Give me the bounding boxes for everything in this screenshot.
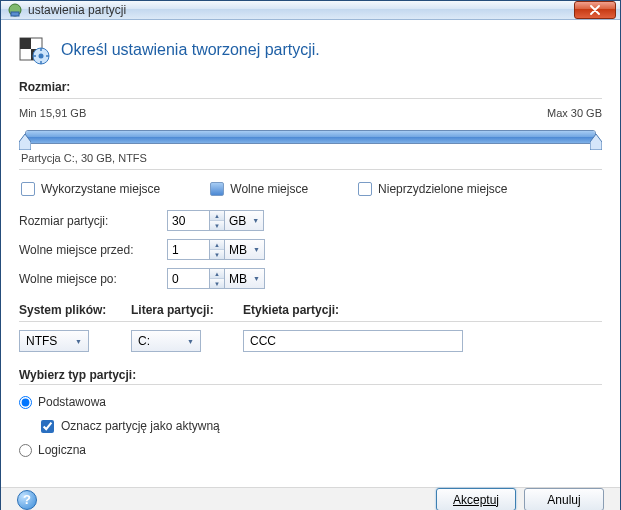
free-after-spinner[interactable]: ▲▼ MB▼ <box>167 268 265 289</box>
legend-free: Wolne miejsce <box>210 182 308 196</box>
partition-description: Partycja C:, 30 GB, NTFS <box>19 152 602 164</box>
free-after-input[interactable] <box>167 268 209 289</box>
partition-size-stepper[interactable]: ▲▼ <box>209 210 224 231</box>
legend-used: Wykorzystane miejsce <box>21 182 160 196</box>
swatch-free-icon <box>210 182 224 196</box>
filesystem-header: System plików: <box>19 303 131 317</box>
help-button[interactable]: ? <box>17 490 37 510</box>
step-up-icon[interactable]: ▲ <box>210 240 224 250</box>
size-form: Rozmiar partycji: ▲▼ GB▼ Wolne miejsce p… <box>19 210 602 289</box>
partition-size-label: Rozmiar partycji: <box>19 214 167 228</box>
partition-size-spinner[interactable]: ▲▼ GB▼ <box>167 210 264 231</box>
free-before-unit[interactable]: MB▼ <box>224 239 265 260</box>
svg-rect-3 <box>20 38 31 49</box>
chevron-down-icon: ▼ <box>187 338 194 345</box>
wizard-icon <box>19 34 51 66</box>
footer: ? Akceptuj Anuluj <box>1 487 620 510</box>
svg-point-6 <box>39 54 44 59</box>
close-icon <box>590 5 600 15</box>
help-icon: ? <box>23 492 31 507</box>
chevron-down-icon: ▼ <box>75 338 82 345</box>
cancel-button[interactable]: Anuluj <box>524 488 604 510</box>
free-before-spinner[interactable]: ▲▼ MB▼ <box>167 239 265 260</box>
size-label: Rozmiar: <box>19 80 602 94</box>
step-down-icon[interactable]: ▼ <box>210 279 224 288</box>
size-minmax: Min 15,91 GB Max 30 GB <box>19 107 602 119</box>
size-slider[interactable] <box>19 123 602 150</box>
radio-primary[interactable]: Podstawowa <box>19 395 602 409</box>
filesystem-select[interactable]: NTFS▼ <box>19 330 89 352</box>
swatch-unalloc-icon <box>358 182 372 196</box>
legend: Wykorzystane miejsce Wolne miejsce Niepr… <box>19 182 602 196</box>
legend-unallocated: Nieprzydzielone miejsce <box>358 182 507 196</box>
page-title: Określ ustawienia tworzonej partycji. <box>61 41 320 59</box>
step-down-icon[interactable]: ▼ <box>210 221 224 230</box>
content-area: Określ ustawienia tworzonej partycji. Ro… <box>1 20 620 487</box>
svg-rect-1 <box>11 12 19 16</box>
volume-label-input[interactable] <box>243 330 463 352</box>
step-down-icon[interactable]: ▼ <box>210 250 224 259</box>
size-min: Min 15,91 GB <box>19 107 86 119</box>
volume-label-header: Etykieta partycji: <box>243 303 602 317</box>
free-before-stepper[interactable]: ▲▼ <box>209 239 224 260</box>
partition-size-unit[interactable]: GB▼ <box>224 210 264 231</box>
drive-letter-select[interactable]: C:▼ <box>131 330 201 352</box>
swatch-used-icon <box>21 182 35 196</box>
slider-track <box>25 130 596 144</box>
partition-type-title: Wybierz typ partycji: <box>19 368 602 382</box>
trio-row: NTFS▼ C:▼ <box>19 330 602 352</box>
page-header: Określ ustawienia tworzonej partycji. <box>19 34 602 66</box>
free-after-unit[interactable]: MB▼ <box>224 268 265 289</box>
chevron-down-icon: ▼ <box>253 246 260 253</box>
radio-logical-input[interactable] <box>19 444 32 457</box>
size-section: Min 15,91 GB Max 30 GB Partycja C:, 30 G… <box>19 98 602 467</box>
free-after-stepper[interactable]: ▲▼ <box>209 268 224 289</box>
step-up-icon[interactable]: ▲ <box>210 269 224 279</box>
partition-settings-window: ustawienia partycji Określ ustawienia tw… <box>0 0 621 510</box>
slider-fill <box>26 131 595 143</box>
accept-button[interactable]: Akceptuj <box>436 488 516 510</box>
free-before-input[interactable] <box>167 239 209 260</box>
size-max: Max 30 GB <box>547 107 602 119</box>
title-bar[interactable]: ustawienia partycji <box>1 1 620 20</box>
drive-letter-header: Litera partycji: <box>131 303 243 317</box>
checkbox-active[interactable]: Oznacz partycję jako aktywną <box>41 419 602 433</box>
partition-size-input[interactable] <box>167 210 209 231</box>
partition-type-section: Wybierz typ partycji: Podstawowa Oznacz … <box>19 368 602 457</box>
app-icon <box>7 2 23 18</box>
free-before-label: Wolne miejsce przed: <box>19 243 167 257</box>
close-button[interactable] <box>574 1 616 19</box>
chevron-down-icon: ▼ <box>253 275 260 282</box>
free-after-label: Wolne miejsce po: <box>19 272 167 286</box>
radio-primary-input[interactable] <box>19 396 32 409</box>
slider-handle-right[interactable] <box>590 134 602 150</box>
trio-headers: System plików: Litera partycji: Etykieta… <box>19 303 602 317</box>
slider-handle-left[interactable] <box>19 134 31 150</box>
chevron-down-icon: ▼ <box>252 217 259 224</box>
radio-logical[interactable]: Logiczna <box>19 443 602 457</box>
window-title: ustawienia partycji <box>28 3 574 17</box>
step-up-icon[interactable]: ▲ <box>210 211 224 221</box>
checkbox-active-input[interactable] <box>41 420 54 433</box>
